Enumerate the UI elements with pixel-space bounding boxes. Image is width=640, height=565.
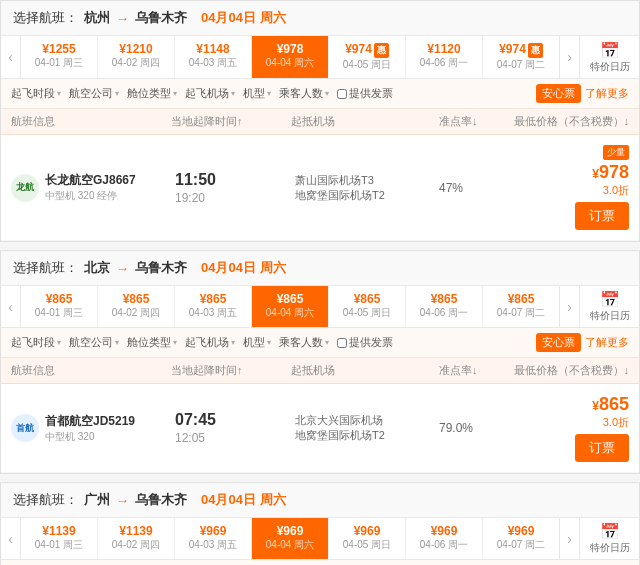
- date-item-1[interactable]: ¥121004-02 周四: [98, 36, 175, 78]
- caret-icon: ▾: [115, 338, 119, 347]
- date-item-6[interactable]: ¥86504-07 周二: [483, 286, 559, 327]
- section-guangzhou: 选择航班： 广州 → 乌鲁木齐 04月04日 周六 ‹¥113904-01 周三…: [0, 482, 640, 565]
- th-price[interactable]: 最低价格（不含税费）↓: [499, 114, 629, 129]
- book-button[interactable]: 订票: [575, 434, 629, 462]
- filter-item-1[interactable]: 航空公司▾: [69, 335, 119, 350]
- filter-item-1[interactable]: 航空公司▾: [69, 86, 119, 101]
- date-items-container: ¥113904-01 周三¥113904-02 周四¥96904-03 周五¥9…: [21, 518, 559, 559]
- date-day-info: 04-04 周六: [254, 538, 326, 552]
- date-day-info: 04-06 周一: [408, 56, 480, 70]
- date-day-info: 04-07 周二: [485, 58, 557, 72]
- date-item-5[interactable]: ¥112004-06 周一: [406, 36, 483, 78]
- date-item-5[interactable]: ¥86504-06 周一: [406, 286, 483, 327]
- date-item-3[interactable]: ¥96904-04 周六: [252, 518, 329, 559]
- date-price: ¥969: [408, 524, 480, 538]
- date-price: ¥865: [254, 292, 326, 306]
- yuan-symbol: ¥: [592, 399, 599, 413]
- date-item-3[interactable]: ¥97804-04 周六: [252, 36, 329, 78]
- th-punctual[interactable]: 准点率↓: [439, 114, 499, 129]
- filter-item-0[interactable]: 起飞时段▾: [11, 86, 61, 101]
- th-price[interactable]: 最低价格（不含税费）↓: [499, 363, 629, 378]
- invoice-checkbox[interactable]: [337, 338, 347, 348]
- date-items-container: ¥86504-01 周三¥86504-02 周四¥86504-03 周五¥865…: [21, 286, 559, 327]
- date-next-button[interactable]: ›: [559, 36, 579, 78]
- date-prev-button[interactable]: ‹: [1, 286, 21, 327]
- date-item-1[interactable]: ¥86504-02 周四: [98, 286, 175, 327]
- airline-logo: 首航: [11, 414, 39, 442]
- th-time[interactable]: 当地起降时间↑: [171, 114, 291, 129]
- date-item-0[interactable]: ¥125504-01 周三: [21, 36, 98, 78]
- date-prev-button[interactable]: ‹: [1, 36, 21, 78]
- caret-icon: ▾: [325, 89, 329, 98]
- date-price: ¥978: [254, 42, 326, 56]
- date-item-4[interactable]: ¥86504-05 周日: [329, 286, 406, 327]
- table-header-row: 航班信息 当地起降时间↑ 起抵机场 准点率↓ 最低价格（不含税费）↓: [1, 109, 639, 135]
- flight-number: 首都航空JD5219: [45, 413, 175, 430]
- date-item-1[interactable]: ¥113904-02 周四: [98, 518, 175, 559]
- filter-item-4[interactable]: 机型▾: [243, 335, 271, 350]
- date-price: ¥1139: [100, 524, 172, 538]
- filter-label: 起飞时段: [11, 86, 55, 101]
- th-time[interactable]: 当地起降时间↑: [171, 363, 291, 378]
- yuan-symbol: ¥: [592, 167, 599, 181]
- calendar-button[interactable]: 📅特价日历: [579, 36, 639, 78]
- calendar-label: 特价日历: [590, 60, 630, 74]
- date-item-3[interactable]: ¥86504-04 周六: [252, 286, 329, 327]
- caret-icon: ▾: [115, 89, 119, 98]
- filter-checkbox-6[interactable]: 提供发票: [337, 86, 393, 101]
- flight-price: ¥865: [592, 394, 629, 415]
- invoice-checkbox[interactable]: [337, 89, 347, 99]
- date-items-container: ¥125504-01 周三¥121004-02 周四¥114804-03 周五¥…: [21, 36, 559, 78]
- date-price: ¥865: [485, 292, 557, 306]
- header-from: 杭州: [84, 9, 110, 27]
- filter-item-0[interactable]: 起飞时段▾: [11, 335, 61, 350]
- filter-item-2[interactable]: 舱位类型▾: [127, 335, 177, 350]
- date-price: ¥969: [485, 524, 557, 538]
- filter-item-5[interactable]: 乘客人数▾: [279, 86, 329, 101]
- date-next-button[interactable]: ›: [559, 286, 579, 327]
- date-prev-button[interactable]: ‹: [1, 518, 21, 559]
- date-price: ¥1148: [177, 42, 249, 56]
- flight-info: 长龙航空GJ8667 中型机 320 经停: [45, 172, 175, 203]
- date-item-6[interactable]: ¥974惠04-07 周二: [483, 36, 559, 78]
- price-action-area: 少量 ¥978 3.0折 订票: [499, 145, 629, 230]
- caret-icon: ▾: [231, 89, 235, 98]
- date-next-button[interactable]: ›: [559, 518, 579, 559]
- plane-type: 中型机 320: [45, 430, 175, 444]
- anxin-learn-more[interactable]: 了解更多: [585, 86, 629, 101]
- table-header-row: 航班信息 当地起降时间↑ 起抵机场 准点率↓ 最低价格（不含税费）↓: [1, 358, 639, 384]
- filter-item-3[interactable]: 起飞机场▾: [185, 86, 235, 101]
- departure-time: 11:50: [175, 171, 295, 189]
- arrival-time: 12:05: [175, 431, 295, 445]
- date-day-info: 04-01 周三: [23, 306, 95, 320]
- calendar-button[interactable]: 📅特价日历: [579, 286, 639, 327]
- time-info: 07:45 12:05: [175, 411, 295, 445]
- date-item-2[interactable]: ¥96904-03 周五: [175, 518, 252, 559]
- date-item-5[interactable]: ¥96904-06 周一: [406, 518, 483, 559]
- header-to: 乌鲁木齐: [135, 9, 187, 27]
- date-item-0[interactable]: ¥113904-01 周三: [21, 518, 98, 559]
- calendar-button[interactable]: 📅特价日历: [579, 518, 639, 559]
- date-item-2[interactable]: ¥86504-03 周五: [175, 286, 252, 327]
- airline-logo: 龙航: [11, 174, 39, 202]
- filter-item-4[interactable]: 机型▾: [243, 86, 271, 101]
- date-item-4[interactable]: ¥974惠04-05 周日: [329, 36, 406, 78]
- filter-row: 起飞时段▾航空公司▾舱位类型▾起飞机场▾机型▾乘客人数▾提供发票 安心票 了解更…: [1, 560, 639, 565]
- filter-checkbox-6[interactable]: 提供发票: [337, 335, 393, 350]
- date-day-info: 04-04 周六: [254, 306, 326, 320]
- date-item-4[interactable]: ¥96904-05 周日: [329, 518, 406, 559]
- filter-item-2[interactable]: 舱位类型▾: [127, 86, 177, 101]
- filter-item-5[interactable]: 乘客人数▾: [279, 335, 329, 350]
- th-punctual[interactable]: 准点率↓: [439, 363, 499, 378]
- date-day-info: 04-05 周日: [331, 58, 403, 72]
- book-button[interactable]: 订票: [575, 202, 629, 230]
- date-item-6[interactable]: ¥96904-07 周二: [483, 518, 559, 559]
- punctual-rate: 79.0%: [439, 421, 499, 435]
- filter-item-3[interactable]: 起飞机场▾: [185, 335, 235, 350]
- date-day-info: 04-06 周一: [408, 306, 480, 320]
- date-item-0[interactable]: ¥86504-01 周三: [21, 286, 98, 327]
- anxin-label: 安心票: [536, 84, 581, 103]
- date-item-2[interactable]: ¥114804-03 周五: [175, 36, 252, 78]
- date-price: ¥865: [23, 292, 95, 306]
- anxin-learn-more[interactable]: 了解更多: [585, 335, 629, 350]
